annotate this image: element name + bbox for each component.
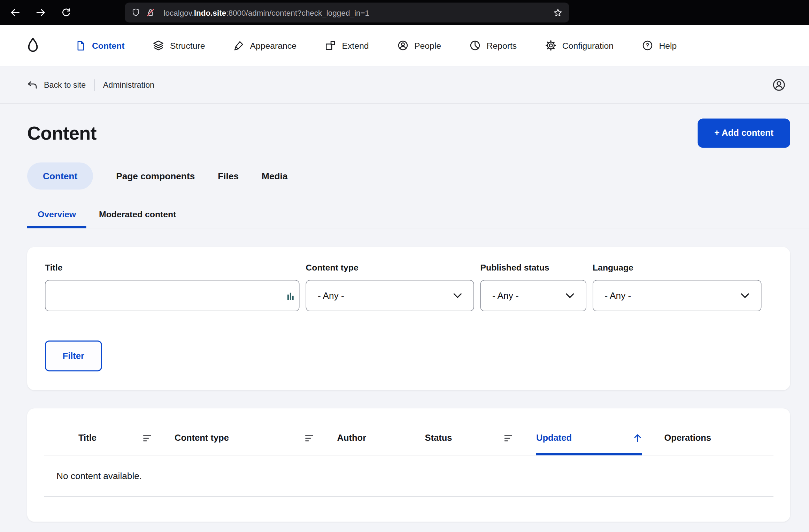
content-type-label: Content type [306, 263, 474, 273]
url-path: :8000/admin/content?check_logged_in=1 [226, 8, 369, 17]
sort-by-content-type[interactable]: Content type [175, 433, 337, 443]
admin-page: Back to site Administration Content + Ad… [0, 66, 809, 532]
subtab-overview[interactable]: Overview [27, 203, 86, 228]
filter-field-title: Title [45, 263, 300, 312]
sort-ascending-arrow-icon [633, 433, 642, 443]
back-to-site-label: Back to site [44, 80, 86, 89]
published-status-label: Published status [480, 263, 587, 273]
sort-icon [504, 434, 513, 441]
toolbar-item-label: Help [659, 40, 677, 50]
toolbar-item-label: Reports [487, 40, 517, 50]
modules-icon [325, 40, 336, 51]
toolbar-item-reports[interactable]: Reports [469, 40, 517, 51]
url-text: localgov.lndo.site:8000/admin/content?ch… [164, 8, 370, 17]
page-header: Content + Add content [27, 119, 790, 148]
tab-files[interactable]: Files [218, 171, 239, 182]
admin-toolbar: Content Structure Appearance Extend [0, 25, 809, 66]
active-sort-underline [536, 453, 642, 455]
tab-content[interactable]: Content [27, 163, 93, 190]
gear-icon [545, 40, 556, 51]
column-header-title: Title [44, 421, 175, 455]
chevron-down-icon [565, 293, 575, 299]
column-header-operations: Operations [664, 421, 774, 455]
primary-tabs: Content Page components Files Media [27, 163, 790, 190]
content-table: Title Content type [27, 408, 790, 522]
breadcrumb-administration[interactable]: Administration [103, 80, 154, 89]
person-circle-icon [397, 40, 408, 51]
url-subdomain: localgov. [164, 8, 194, 17]
back-to-site-link[interactable]: Back to site [27, 80, 86, 89]
filter-field-language: Language - Any - [593, 263, 762, 312]
toolbar-item-label: Extend [342, 40, 369, 50]
toolbar-item-content[interactable]: Content [75, 40, 124, 51]
published-status-selected-value: - Any - [492, 290, 519, 301]
table-header-row: Title Content type [44, 421, 773, 455]
back-arrow-icon [9, 7, 21, 18]
drupal-logo-icon[interactable] [24, 37, 42, 54]
toolbar-menu: Content Structure Appearance Extend [75, 40, 677, 51]
column-label: Updated [536, 433, 572, 443]
content-type-selected-value: - Any - [318, 290, 344, 301]
filter-button[interactable]: Filter [45, 341, 102, 371]
toolbar-item-configuration[interactable]: Configuration [545, 40, 614, 51]
toolbar-item-label: People [414, 40, 441, 50]
column-label: Author [337, 433, 367, 443]
layers-icon [153, 40, 164, 51]
bookmark-star-icon[interactable] [553, 8, 563, 18]
language-selected-value: - Any - [605, 290, 631, 301]
main-content: Content + Add content Content Page compo… [0, 104, 809, 522]
column-header-content-type: Content type [175, 421, 337, 455]
toolbar-item-label: Configuration [562, 40, 614, 50]
toolbar-item-label: Structure [170, 40, 205, 50]
empty-message: No content available. [56, 470, 142, 482]
toolbar-item-extend[interactable]: Extend [325, 40, 369, 51]
toolbar-item-people[interactable]: People [397, 40, 441, 51]
help-question-icon: ? [642, 40, 653, 51]
secondary-tabs: Overview Moderated content [27, 203, 809, 228]
column-header-updated: Updated [536, 421, 664, 455]
browser-reload-button[interactable] [53, 0, 79, 25]
url-bar[interactable]: localgov.lndo.site:8000/admin/content?ch… [125, 3, 569, 23]
filter-panel: Title Content type - Any - [27, 247, 790, 390]
url-domain: lndo.site [194, 8, 226, 17]
column-label: Title [78, 433, 97, 443]
divider [94, 79, 95, 91]
filter-field-content-type: Content type - Any - [306, 263, 474, 312]
svg-text:?: ? [646, 42, 649, 49]
browser-chrome: localgov.lndo.site:8000/admin/content?ch… [0, 0, 809, 25]
toolbar-item-help[interactable]: ? Help [642, 40, 677, 51]
tab-media[interactable]: Media [262, 171, 287, 182]
title-input[interactable] [45, 280, 300, 311]
chevron-down-icon [453, 293, 462, 299]
toolbar-item-label: Content [92, 40, 124, 50]
sort-icon [143, 434, 152, 441]
browser-back-button[interactable] [2, 0, 28, 25]
toolbar-item-label: Appearance [250, 40, 296, 50]
content-type-select[interactable]: - Any - [306, 280, 474, 311]
sort-by-updated[interactable]: Updated [536, 421, 642, 455]
pie-chart-icon [469, 40, 481, 51]
autofill-bars-icon [287, 291, 294, 300]
browser-forward-button[interactable] [28, 0, 54, 25]
column-header-author: Author [337, 421, 425, 455]
forward-arrow-icon [35, 7, 46, 18]
published-status-select[interactable]: - Any - [480, 280, 587, 311]
tab-page-components[interactable]: Page components [116, 171, 195, 182]
column-label: Operations [664, 433, 711, 443]
subtab-moderated-content[interactable]: Moderated content [88, 203, 186, 228]
toolbar-item-structure[interactable]: Structure [153, 40, 205, 51]
sort-by-status[interactable]: Status [425, 433, 537, 443]
empty-row: No content available. [44, 455, 773, 497]
page-title: Content [27, 122, 97, 144]
language-select[interactable]: - Any - [593, 280, 762, 311]
tracking-shield-icon[interactable] [131, 8, 141, 17]
toolbar-item-appearance[interactable]: Appearance [233, 40, 296, 51]
insecure-lock-icon[interactable] [146, 8, 155, 17]
screen: localgov.lndo.site:8000/admin/content?ch… [0, 0, 809, 532]
add-content-button[interactable]: + Add content [698, 119, 790, 148]
sort-by-title[interactable]: Title [78, 433, 175, 443]
user-account-icon[interactable] [772, 78, 786, 92]
content-file-icon [75, 40, 86, 51]
chevron-down-icon [741, 293, 750, 299]
filter-field-published-status: Published status - Any - [480, 263, 587, 312]
